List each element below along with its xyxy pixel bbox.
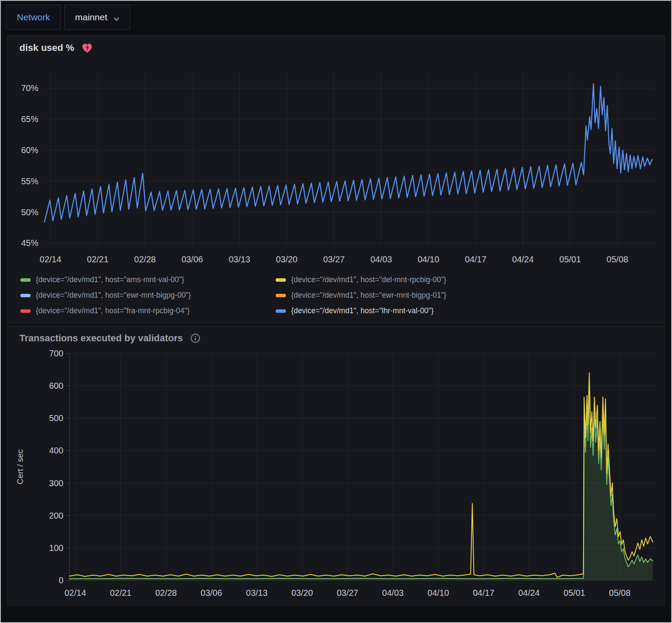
y-tick-label: 100 — [49, 543, 63, 553]
legend-item[interactable]: {device="/dev/md1", host="lhr-mnt-val-00… — [276, 306, 656, 315]
legend-item[interactable]: {device="/dev/md1", host="ewr-mnt-bigpg-… — [276, 291, 656, 300]
x-tick-label: 04/03 — [371, 255, 392, 264]
x-tick-label: 03/06 — [201, 588, 222, 598]
disk-used-chart[interactable]: 45%50%55%60%65%70%02/1402/2102/2803/0603… — [9, 56, 662, 272]
x-tick-label: 03/27 — [337, 588, 358, 598]
legend-series-label: {device="/dev/md1", host="ewr-mnt-bigpg-… — [36, 291, 191, 300]
y-tick-label: 200 — [49, 511, 63, 520]
panel-title[interactable]: Transactions executed by validators — [19, 333, 183, 344]
variable-selected-value: mainnet — [75, 12, 107, 22]
x-tick-label: 02/28 — [155, 588, 177, 598]
x-tick-label: 04/17 — [465, 255, 487, 264]
y-tick-label: 0 — [59, 576, 63, 585]
x-tick-label: 02/14 — [40, 255, 61, 264]
x-tick-label: 03/20 — [291, 588, 313, 598]
x-tick-label: 04/10 — [427, 588, 449, 598]
y-tick-label: 55% — [21, 176, 38, 186]
legend-series-label: {device="/dev/md1", host="lhr-mnt-val-00… — [291, 306, 433, 315]
legend-series-color-swatch — [20, 309, 31, 313]
panel-transactions: Transactions executed by validators 0100… — [7, 325, 665, 606]
x-tick-label: 03/13 — [229, 255, 250, 264]
transactions-chart[interactable]: 010020030040050060070002/1402/2102/2803/… — [9, 346, 665, 605]
y-tick-label: 70% — [21, 83, 38, 93]
y-axis-label: Cert / sec — [16, 449, 25, 484]
x-tick-label: 05/01 — [564, 588, 585, 598]
x-tick-label: 03/06 — [182, 255, 203, 264]
chevron-down-icon — [113, 13, 119, 23]
y-tick-label: 45% — [21, 238, 38, 248]
legend-item[interactable]: {device="/dev/md1", host="del-mnt-rpcbig… — [276, 275, 656, 284]
disk-legend: {device="/dev/md1", host="ams-mnt-val-00… — [7, 272, 665, 323]
x-tick-label: 05/08 — [609, 588, 631, 598]
legend-item[interactable]: {device="/dev/md1", host="ams-mnt-val-00… — [20, 275, 276, 284]
y-tick-label: 600 — [49, 381, 63, 390]
x-tick-label: 04/17 — [473, 588, 494, 598]
y-tick-label: 65% — [21, 114, 38, 124]
series-line — [69, 373, 653, 577]
x-tick-label: 02/28 — [134, 255, 156, 264]
panel-disk-used-header: disk used % — [7, 35, 665, 56]
y-tick-label: 500 — [49, 413, 63, 423]
legend-series-label: {device="/dev/md1", host="fra-mnt-rpcbig… — [36, 306, 190, 315]
panel-title[interactable]: disk used % — [19, 42, 74, 53]
legend-series-color-swatch — [20, 294, 31, 297]
legend-series-label: {device="/dev/md1", host="ewr-mnt-bigpg-… — [291, 291, 446, 300]
panel-disk-used: disk used % 45%50%55%60%65%70%02/1402/21… — [7, 35, 665, 324]
x-tick-label: 03/27 — [323, 255, 345, 264]
x-tick-label: 03/13 — [246, 588, 267, 598]
y-tick-label: 700 — [49, 349, 63, 358]
series-line — [44, 84, 652, 222]
info-circle-icon[interactable] — [190, 333, 201, 344]
heart-break-icon[interactable] — [81, 42, 93, 53]
dashboard-variables-bar: Network mainnet — [1, 1, 671, 33]
x-tick-label: 05/08 — [606, 255, 628, 264]
x-tick-label: 04/24 — [518, 588, 540, 598]
series-line — [69, 386, 653, 579]
legend-item[interactable]: {device="/dev/md1", host="ewr-mnt-bigpg-… — [20, 291, 276, 300]
legend-item[interactable]: {device="/dev/md1", host="fra-mnt-rpcbig… — [20, 306, 276, 315]
x-tick-label: 03/20 — [276, 255, 298, 264]
x-tick-label: 02/21 — [87, 255, 109, 264]
variable-label: Network — [6, 5, 61, 30]
y-tick-label: 60% — [21, 145, 38, 155]
x-tick-label: 04/24 — [512, 255, 534, 264]
network-variable-dropdown[interactable]: mainnet — [64, 5, 130, 30]
panel-transactions-header: Transactions executed by validators — [7, 326, 665, 346]
y-tick-label: 400 — [49, 446, 63, 455]
x-tick-label: 05/01 — [559, 255, 581, 264]
legend-series-color-swatch — [276, 294, 286, 297]
legend-series-color-swatch — [20, 278, 31, 282]
x-tick-label: 02/21 — [110, 588, 132, 598]
legend-series-color-swatch — [276, 309, 286, 313]
x-tick-label: 04/10 — [418, 255, 439, 264]
x-tick-label: 04/03 — [382, 588, 404, 598]
legend-series-color-swatch — [276, 278, 286, 282]
y-tick-label: 50% — [21, 208, 38, 217]
legend-series-label: {device="/dev/md1", host="del-mnt-rpcbig… — [291, 275, 446, 284]
x-tick-label: 02/14 — [64, 588, 86, 598]
y-tick-label: 300 — [49, 478, 63, 488]
legend-series-label: {device="/dev/md1", host="ams-mnt-val-00… — [36, 275, 184, 284]
